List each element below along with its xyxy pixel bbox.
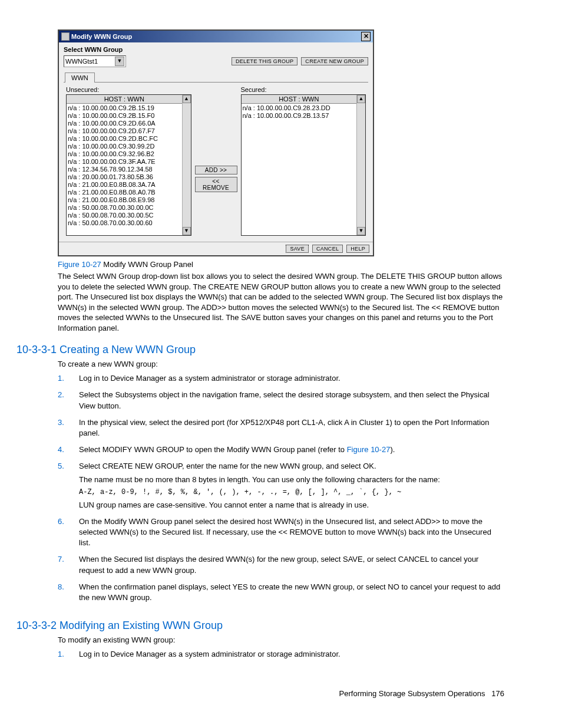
list-item[interactable]: n/a : 21.00.00.E0.8B.08.A0.7B bbox=[67, 188, 182, 196]
list-header-unsecured: HOST : WWN bbox=[67, 95, 182, 104]
step-item: When the confirmation panel displays, se… bbox=[58, 582, 504, 609]
tab-wwn[interactable]: WWN bbox=[65, 73, 95, 83]
wwn-group-dropdown[interactable]: WWNGtst1 ▼ bbox=[64, 55, 126, 67]
unsecured-listbox[interactable]: HOST : WWN n/a : 10.00.00.00.C9.2B.15.19… bbox=[66, 94, 191, 236]
step-item: On the Modify WWN Group panel select the… bbox=[58, 516, 504, 555]
step-item: Log in to Device Manager as a system adm… bbox=[58, 649, 504, 666]
list-item[interactable]: n/a : 10.00.00.00.C9.3F.AA.7E bbox=[67, 157, 182, 165]
list-header-secured: HOST : WWN bbox=[242, 95, 357, 104]
delete-this-group-button[interactable]: DELETE THIS GROUP bbox=[232, 57, 297, 65]
modify-wwn-group-panel: Modify WWN Group ✕ Select WWN Group WWNG… bbox=[58, 29, 374, 256]
step-item: Select the Subsystems object in the navi… bbox=[58, 390, 504, 417]
step-item: Select CREATE NEW GROUP, enter the name … bbox=[58, 461, 504, 516]
list-item[interactable]: n/a : 12.34.56.78.90.12.34.58 bbox=[67, 165, 182, 173]
app-icon bbox=[61, 32, 70, 41]
scroll-up-icon[interactable]: ▲ bbox=[357, 95, 365, 103]
step-item: When the Secured list displays the desir… bbox=[58, 554, 504, 581]
list-item[interactable]: n/a : 10.00.00.00.C9.2D.66.0A bbox=[67, 119, 182, 127]
secured-listbox[interactable]: HOST : WWN n/a : 10.00.00.00.C9.28.23.DD… bbox=[241, 94, 366, 236]
select-wwn-group-label: Select WWN Group bbox=[64, 46, 368, 53]
list-item[interactable]: n/a : 10.00.00.00.C9.2B.15.19 bbox=[67, 104, 182, 111]
save-button[interactable]: SAVE bbox=[286, 245, 309, 253]
step-item: Select MODIFY WWN GROUP to open the Modi… bbox=[58, 444, 504, 461]
list-item[interactable]: n/a : 10.00.00.00.C9.28.23.DD bbox=[242, 104, 357, 111]
scrollbar[interactable]: ▲ ▼ bbox=[182, 95, 191, 235]
list-item[interactable]: n/a : 10.00.00.00.C9.2B.13.57 bbox=[242, 111, 357, 119]
dropdown-value: WWNGtst1 bbox=[65, 58, 98, 65]
step-item: Log in to Device Manager as a system adm… bbox=[58, 373, 504, 390]
chevron-down-icon: ▼ bbox=[115, 57, 124, 66]
section-heading-1: 10-3-3-1 Creating a New WWN Group bbox=[16, 344, 504, 356]
section-1-intro: To create a new WWN group: bbox=[58, 360, 504, 368]
list-item[interactable]: n/a : 10.00.00.00.C9.2D.67.F7 bbox=[67, 127, 182, 134]
list-item[interactable]: n/a : 50.00.08.70.00.30.00.0C bbox=[67, 203, 182, 211]
list-item[interactable]: n/a : 10.00.00.00.C9.2B.15.F0 bbox=[67, 111, 182, 119]
create-new-group-button[interactable]: CREATE NEW GROUP bbox=[301, 57, 368, 65]
list-item[interactable]: n/a : 21.00.00.E0.8B.08.E9.98 bbox=[67, 196, 182, 203]
list-item[interactable]: n/a : 50.00.08.70.00.30.00.60 bbox=[67, 219, 182, 226]
page-footer: Performing Storage Subsystem Operations … bbox=[58, 689, 504, 698]
section-2-intro: To modify an existing WWN group: bbox=[58, 635, 504, 644]
figure-link[interactable]: Figure 10-27 bbox=[347, 445, 391, 454]
scrollbar[interactable]: ▲ ▼ bbox=[356, 95, 365, 235]
titlebar: Modify WWN Group ✕ bbox=[59, 31, 373, 42]
secured-label: Secured: bbox=[241, 86, 366, 94]
close-icon[interactable]: ✕ bbox=[361, 32, 371, 41]
step-item: In the physical view, select the desired… bbox=[58, 417, 504, 444]
allowed-chars: A-Z, a-z, 0-9, !, #, $, %, &, ', (, ), +… bbox=[79, 487, 504, 498]
scroll-up-icon[interactable]: ▲ bbox=[183, 95, 191, 103]
add-button[interactable]: ADD >> bbox=[195, 166, 237, 174]
section-heading-2: 10-3-3-2 Modifying an Existing WWN Group bbox=[16, 620, 504, 632]
help-button[interactable]: HELP bbox=[346, 245, 369, 253]
figure-caption: Figure 10-27 Modify WWN Group Panel bbox=[58, 260, 504, 269]
remove-button[interactable]: << REMOVE bbox=[195, 177, 237, 192]
list-item[interactable]: n/a : 21.00.00.E0.8B.08.3A.7A bbox=[67, 180, 182, 188]
unsecured-label: Unsecured: bbox=[66, 86, 191, 94]
list-item[interactable]: n/a : 10.00.00.00.C9.30.99.2D bbox=[67, 142, 182, 150]
scroll-down-icon[interactable]: ▼ bbox=[357, 227, 365, 235]
list-item[interactable]: n/a : 50.00.08.70.00.30.00.5C bbox=[67, 211, 182, 219]
figure-ref: Figure 10-27 bbox=[58, 260, 101, 269]
cancel-button[interactable]: CANCEL bbox=[312, 245, 343, 253]
scroll-down-icon[interactable]: ▼ bbox=[183, 227, 191, 235]
description-paragraph: The Select WWN Group drop-down list box … bbox=[58, 271, 504, 333]
list-item[interactable]: n/a : 20.00.00.01.73.80.5B.36 bbox=[67, 173, 182, 180]
window-title: Modify WWN Group bbox=[71, 33, 132, 40]
list-item[interactable]: n/a : 10.00.00.00.C9.32.96.B2 bbox=[67, 150, 182, 157]
tab-strip: WWN bbox=[64, 72, 368, 83]
list-item[interactable]: n/a : 10.00.00.00.C9.2D.BC.FC bbox=[67, 134, 182, 142]
